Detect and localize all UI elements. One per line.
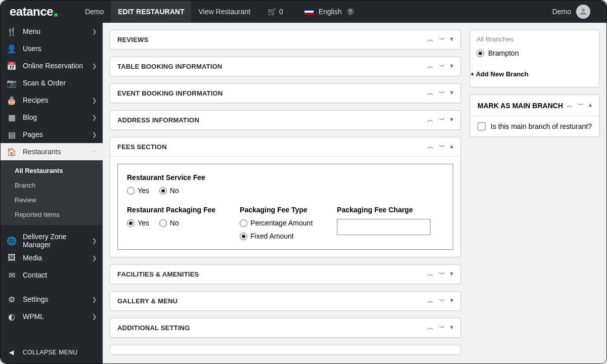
sidebar-item-contact[interactable]: ✉Contact [1, 266, 103, 284]
chevron-down-icon[interactable]: ﹀ [439, 270, 445, 279]
caret-up-icon[interactable]: ▴ [450, 143, 453, 151]
sidebar: 🍴Menu❯👤Users📅Online Reservation❯📷Scan & … [1, 23, 103, 363]
collapse-icon: ◀ [7, 349, 17, 356]
menu-icon: ◐ [7, 312, 17, 322]
chevron-down-icon[interactable]: ﹀ [439, 35, 445, 44]
panel-table-booking[interactable]: TABLE BOOKING INFORMATION︿﹀▾ [110, 57, 461, 76]
sidebar-sub-review[interactable]: Review [1, 193, 103, 207]
menu-icon: ▦ [7, 113, 17, 122]
sidebar-item-online-reservation[interactable]: 📅Online Reservation❯ [1, 57, 103, 74]
panel-overflow[interactable] [110, 345, 461, 355]
panel-address[interactable]: ADDRESS INFORMATION︿﹀▾ [110, 110, 461, 130]
nav-edit-restaurant[interactable]: EDIT RESTAURANT [111, 1, 191, 23]
sidebar-sub-reported-items[interactable]: Reported Items [1, 207, 103, 222]
packaging-fee-no[interactable]: No [159, 219, 179, 227]
chevron-up-icon[interactable]: ︿ [427, 35, 433, 44]
service-fee-label: Restaurant Service Fee [127, 173, 444, 181]
chevron-right-icon: ❯ [92, 313, 97, 320]
chevron-up-icon[interactable]: ︿ [427, 297, 433, 305]
chevron-up-icon[interactable]: ︿ [427, 143, 433, 151]
cart-link[interactable]: 🛒 0 [261, 1, 290, 23]
mark-main-header[interactable]: MARK AS MAIN BRANCH︿﹀▴ [470, 95, 599, 116]
sidebar-item-users[interactable]: 👤Users [1, 40, 103, 57]
menu-icon: 🖼 [7, 253, 17, 262]
sidebar-item-pages[interactable]: ▤Pages❯ [1, 126, 103, 143]
main-branch-checkbox[interactable] [478, 122, 486, 130]
packaging-type-percentage[interactable]: Percentage Amount [240, 219, 313, 227]
chevron-right-icon: ❯ [92, 63, 97, 69]
panel-additional[interactable]: ADDITIONAL SETTING︿﹀▾ [110, 318, 461, 338]
sidebar-item-wpml[interactable]: ◐WPML❯ [1, 308, 103, 325]
branch-item-brampton[interactable]: Brampton [476, 47, 593, 59]
top-bar: eatance Demo EDIT RESTAURANT View Restau… [1, 1, 606, 23]
caret-down-icon[interactable]: ▾ [450, 270, 453, 279]
chevron-up-icon[interactable]: ︿ [427, 89, 433, 98]
menu-icon: 👤 [7, 44, 17, 54]
service-fee-no[interactable]: No [159, 187, 179, 195]
help-icon[interactable]: ? [347, 8, 354, 15]
lang-switcher[interactable]: English ? [290, 1, 361, 23]
sidebar-item-label: Scan & Order [23, 79, 66, 87]
packaging-charge-input[interactable] [337, 219, 430, 235]
chevron-down-icon[interactable]: ﹀ [439, 116, 445, 124]
flag-icon [305, 9, 314, 15]
chevron-up-icon[interactable]: ︿ [567, 101, 573, 110]
chevron-up-icon[interactable]: ︿ [427, 116, 433, 124]
caret-up-icon[interactable]: ▴ [589, 101, 592, 110]
sidebar-item-media[interactable]: 🖼Media❯ [1, 249, 103, 266]
chevron-down-icon[interactable]: ﹀ [578, 101, 584, 110]
sidebar-item-label: Pages [23, 130, 43, 139]
menu-icon: ⚙ [7, 295, 17, 304]
sidebar-item-blog[interactable]: ▦Blog❯ [1, 109, 103, 126]
chevron-down-icon[interactable]: ﹀ [439, 62, 445, 71]
sidebar-item-scan-order[interactable]: 📷Scan & Order [1, 74, 103, 92]
caret-down-icon[interactable]: ▾ [450, 297, 453, 305]
service-fee-yes[interactable]: Yes [127, 187, 149, 195]
chevron-right-icon: ﹀ [91, 148, 97, 156]
menu-icon: 🌐 [7, 236, 17, 246]
panel-mark-main-branch: MARK AS MAIN BRANCH︿﹀▴ Is this main bran… [470, 95, 599, 137]
nav-view-restaurant[interactable]: View Restaurant [191, 1, 257, 23]
chevron-up-icon[interactable]: ︿ [427, 324, 433, 332]
user-menu[interactable]: Demo [545, 1, 597, 23]
menu-icon: ▤ [7, 130, 17, 140]
sidebar-item-label: Contact [23, 271, 47, 279]
sidebar-item-restaurants[interactable]: 🏠Restaurants﹀ [1, 143, 103, 160]
panel-event-booking[interactable]: EVENT BOOKING INFORMATION︿﹀▾ [110, 83, 461, 103]
chevron-down-icon[interactable]: ﹀ [439, 297, 445, 305]
sidebar-item-label: Menu [23, 27, 40, 35]
sidebar-item-recipes[interactable]: 🎂Recipes❯ [1, 92, 103, 109]
caret-down-icon[interactable]: ▾ [450, 89, 453, 98]
caret-down-icon[interactable]: ▾ [450, 62, 453, 71]
caret-down-icon[interactable]: ▾ [450, 116, 453, 124]
chevron-right-icon: ❯ [92, 28, 97, 35]
chevron-right-icon: ❯ [92, 296, 97, 303]
packaging-fee-yes[interactable]: Yes [127, 219, 149, 227]
chevron-up-icon[interactable]: ︿ [427, 270, 433, 279]
panel-fees-header[interactable]: FEES SECTION︿﹀▴ [110, 138, 460, 156]
caret-down-icon[interactable]: ▾ [450, 324, 453, 332]
panel-gallery[interactable]: GALLERY & MENU︿﹀▾ [110, 291, 461, 311]
collapse-menu[interactable]: ◀ COLLAPSE MENU [1, 341, 103, 363]
chevron-up-icon[interactable]: ︿ [427, 62, 433, 71]
chevron-down-icon[interactable]: ﹀ [439, 143, 445, 151]
sidebar-sub-branch[interactable]: Branch [1, 178, 103, 193]
panel-reviews[interactable]: REVIEWS︿﹀▾ [110, 30, 461, 50]
sidebar-item-delivery-zone-manager[interactable]: 🌐Delivery Zone Manager❯ [1, 232, 103, 249]
chevron-down-icon[interactable]: ﹀ [439, 89, 445, 98]
caret-down-icon[interactable]: ▾ [450, 35, 453, 44]
nav-demo[interactable]: Demo [78, 1, 111, 23]
sidebar-item-label: Recipes [23, 96, 49, 104]
sidebar-item-settings[interactable]: ⚙Settings❯ [1, 291, 103, 308]
sidebar-sub-all-restaurants[interactable]: All Restaurants [1, 163, 103, 178]
menu-icon: 🍴 [7, 27, 17, 36]
chevron-down-icon[interactable]: ﹀ [439, 324, 445, 332]
menu-icon: 📷 [7, 78, 17, 88]
menu-icon: ✉ [7, 270, 17, 280]
panel-facilities[interactable]: FACILITIES & AMENITIES︿﹀▾ [110, 264, 461, 284]
packaging-type-fixed[interactable]: Fixed Amount [240, 232, 313, 240]
add-branch-button[interactable]: + Add New Branch [470, 64, 599, 84]
chevron-right-icon: ❯ [92, 97, 97, 104]
panel-fees: FEES SECTION︿﹀▴ Restaurant Service Fee Y… [110, 137, 461, 257]
sidebar-item-menu[interactable]: 🍴Menu❯ [1, 23, 103, 40]
